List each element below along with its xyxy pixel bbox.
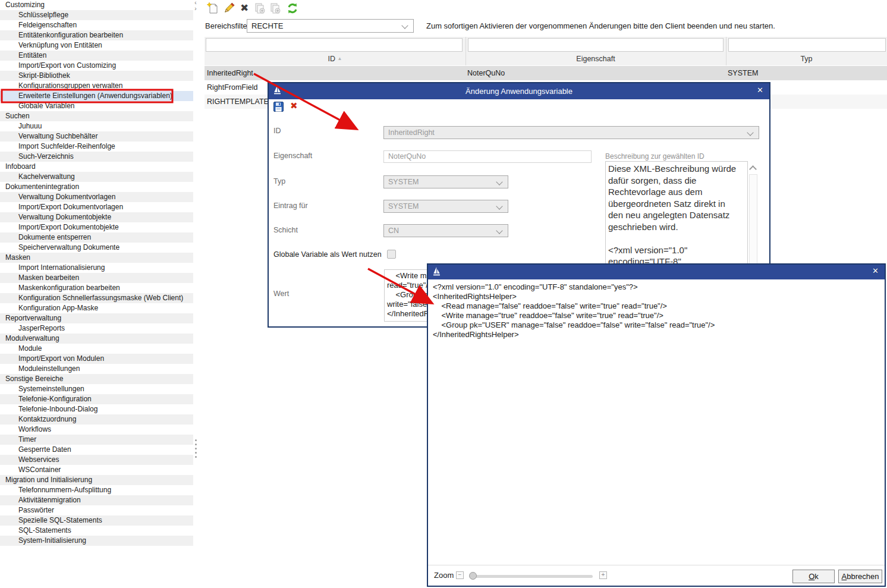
zoom-in-icon[interactable]: + xyxy=(599,571,607,579)
filter-input-id[interactable] xyxy=(206,38,463,52)
sidebar-item[interactable]: Telefonnummern-Aufsplittung xyxy=(0,485,193,495)
sidebar-item[interactable]: Telefonie-Inbound-Dialog xyxy=(0,404,193,414)
sidebar-item[interactable]: Modulverwaltung xyxy=(0,334,193,344)
sidebar-item[interactable]: SQL-Statements xyxy=(0,526,193,536)
new-icon[interactable] xyxy=(206,2,219,15)
id-combobox[interactable]: InheritedRight xyxy=(383,126,759,139)
sidebar-item[interactable]: Customizing xyxy=(0,0,193,10)
bereichsfilter-select[interactable]: RECHTE xyxy=(247,19,414,33)
app-icon-sailboat xyxy=(273,86,281,98)
table-cell: RightFromField xyxy=(207,80,257,95)
sidebar-item[interactable]: JasperReports xyxy=(0,323,193,334)
sidebar-item[interactable]: Kontaktzuordnung xyxy=(0,414,193,425)
sidebar-item[interactable]: Spezielle SQL-Statements xyxy=(0,515,193,526)
xml-line: <Read manage="false" readdoe="false" wri… xyxy=(433,301,715,311)
sidebar-item[interactable]: Import Internationalisierung xyxy=(0,263,193,273)
sidebar-item[interactable]: Erweiterte Einstellungen (Anwendungsvari… xyxy=(0,91,193,101)
eintrag-fuer-combobox[interactable]: SYSTEM xyxy=(383,200,508,213)
sidebar-item[interactable]: Verknüpfung von Entitäten xyxy=(0,40,193,51)
sidebar-item[interactable]: Infoboard xyxy=(0,162,193,172)
sidebar-item[interactable]: Sonstige Bereiche xyxy=(0,374,193,384)
wert-label: Wert xyxy=(273,290,289,298)
sidebar-item[interactable]: Passwörter xyxy=(0,505,193,515)
save-icon[interactable] xyxy=(273,102,284,114)
sidebar-item[interactable]: Skript-Bibliothek xyxy=(0,71,193,81)
sidebar-item[interactable]: Telefonie-Konfiguration xyxy=(0,394,193,404)
edit-icon[interactable] xyxy=(222,2,235,15)
typ-combobox[interactable]: SYSTEM xyxy=(383,175,508,188)
beschreibung-label: Beschreibung zur gewählten ID xyxy=(605,152,704,161)
close-icon[interactable]: ✕ xyxy=(757,86,763,95)
sidebar-item[interactable]: Gesperrte Daten xyxy=(0,445,193,455)
sidebar-item[interactable]: Webservices xyxy=(0,455,193,465)
sidebar-item[interactable]: Maskenkonfiguration bearbeiten xyxy=(0,283,193,293)
sidebar-item[interactable]: Migration und Initialisierung xyxy=(0,475,193,485)
sidebar-item[interactable]: Juhuuu xyxy=(0,121,193,131)
zoom-out-icon[interactable]: − xyxy=(456,571,464,579)
sidebar-item[interactable]: Masken xyxy=(0,253,193,263)
sidebar-item[interactable]: Moduleinstellungen xyxy=(0,364,193,374)
splitter-handle[interactable] xyxy=(194,437,197,460)
sidebar-item[interactable]: Verwaltung Dokumentobjekte xyxy=(0,212,193,222)
sidebar-item[interactable]: Kachelverwaltung xyxy=(0,172,193,182)
scroll-up-icon[interactable] xyxy=(749,165,757,173)
sidebar-item[interactable]: Import/Export Dokumentobjekte xyxy=(0,222,193,232)
refresh-icon[interactable] xyxy=(286,2,299,15)
cancel-button[interactable]: Abbrechen xyxy=(838,570,882,583)
sidebar-item[interactable]: System-Initialisierung xyxy=(0,536,193,546)
sidebar-item[interactable]: Import/Export von Customizing xyxy=(0,61,193,71)
sidebar-item[interactable]: Aktivitätenmigration xyxy=(0,495,193,505)
copy-icon[interactable] xyxy=(253,2,266,15)
sidebar-item[interactable]: Speicherverwaltung Dokumente xyxy=(0,243,193,253)
sidebar-item[interactable]: Dokumente entsperren xyxy=(0,232,193,243)
sidebar-item[interactable]: Import/Export von Modulen xyxy=(0,354,193,364)
column-header-id[interactable]: ID ▲ xyxy=(205,53,465,65)
sidebar-item[interactable]: Reportverwaltung xyxy=(0,313,193,323)
sidebar-item[interactable]: Dokumentenintegration xyxy=(0,182,193,192)
sidebar-item[interactable]: Schlüsselpflege xyxy=(0,10,193,20)
table-row[interactable]: InheritedRightNoterQuNoSYSTEM xyxy=(205,66,887,80)
sidebar-item[interactable]: Globale Variablen xyxy=(0,101,193,111)
sidebar-item[interactable]: Verwaltung Suchbehälter xyxy=(0,131,193,142)
filter-input-typ[interactable] xyxy=(728,38,886,52)
sidebar-item[interactable]: Timer xyxy=(0,435,193,445)
schicht-combobox[interactable]: CN xyxy=(383,224,508,237)
sidebar-item[interactable]: Konfiguration App-Maske xyxy=(0,303,193,313)
sidebar-item[interactable]: Import Suchfelder-Reihenfolge xyxy=(0,142,193,152)
splitter-collapse-icons[interactable]: ‹› xyxy=(193,0,199,12)
sidebar-item[interactable]: Masken bearbeiten xyxy=(0,273,193,283)
table-cell: InheritedRight xyxy=(207,66,253,80)
table-cell: NoterQuNo xyxy=(467,66,505,80)
column-header-eigenschaft[interactable]: Eigenschaft xyxy=(465,53,726,65)
zoom-label: Zoom xyxy=(434,571,454,580)
ok-button[interactable]: Ok xyxy=(792,570,835,583)
sidebar-item[interactable]: Entitäten xyxy=(0,51,193,61)
zoom-slider-track[interactable] xyxy=(471,575,593,578)
close-icon[interactable]: ✕ xyxy=(872,266,879,275)
sidebar-nav: CustomizingSchlüsselpflegeFeldeigenschaf… xyxy=(0,0,193,547)
copy-add-icon[interactable] xyxy=(269,2,282,15)
column-header-typ[interactable]: Typ xyxy=(726,53,887,65)
filter-input-eigenschaft[interactable] xyxy=(468,38,724,52)
sidebar-item[interactable]: Systemeinstellungen xyxy=(0,384,193,394)
eigenschaft-input[interactable]: NoterQuNo xyxy=(383,150,592,163)
sidebar-item[interactable]: Konfiguration Schnellerfassungsmaske (We… xyxy=(0,293,193,303)
sidebar-item[interactable]: Feldeigenschaften xyxy=(0,20,193,30)
bereichsfilter-label: Bereichsfilter xyxy=(205,21,250,30)
delete-icon[interactable]: ✖ xyxy=(238,2,251,15)
sidebar-item[interactable]: Module xyxy=(0,344,193,354)
sidebar-item[interactable]: Import/Export Dokumentvorlagen xyxy=(0,202,193,212)
globale-variable-checkbox[interactable] xyxy=(387,250,396,259)
sidebar-item[interactable]: Entitätenkonfiguration bearbeiten xyxy=(0,30,193,40)
sort-asc-icon: ▲ xyxy=(338,56,342,61)
xml-editor-content[interactable]: <?xml version="1.0" encoding="UTF-8" sta… xyxy=(433,282,715,339)
xml-line: <?xml version="1.0" encoding="UTF-8" sta… xyxy=(433,282,715,292)
sidebar-item[interactable]: Verwaltung Dokumentvorlagen xyxy=(0,192,193,202)
sidebar-item[interactable]: Suchen xyxy=(0,111,193,121)
cancel-icon[interactable]: ✖ xyxy=(290,100,298,111)
sidebar-item[interactable]: Konfigurationsgruppen verwalten xyxy=(0,81,193,91)
sidebar-item[interactable]: Such-Verzeichnis xyxy=(0,152,193,162)
zoom-slider-thumb[interactable] xyxy=(469,572,477,580)
sidebar-item[interactable]: WSContainer xyxy=(0,465,193,475)
sidebar-item[interactable]: Workflows xyxy=(0,425,193,435)
